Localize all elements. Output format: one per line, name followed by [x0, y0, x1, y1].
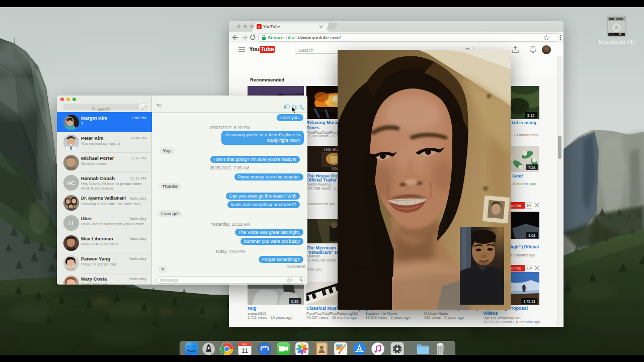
svg-text:6:36: 6:36: [291, 299, 299, 304]
svg-text:Macintosh HD: Macintosh HD: [599, 39, 635, 45]
svg-text:7:28: 7:28: [528, 165, 536, 170]
svg-text:1:45:13: 1:45:13: [523, 300, 535, 303]
svg-text:11: 11: [242, 347, 249, 354]
svg-text:MAY: MAY: [243, 343, 247, 346]
svg-text:4:08: 4:08: [528, 233, 536, 238]
svg-text:3:12: 3:12: [527, 113, 535, 118]
svg-text:U: U: [69, 220, 73, 226]
svg-text:PIN: PIN: [332, 167, 338, 171]
svg-text:HC: HC: [67, 180, 75, 186]
